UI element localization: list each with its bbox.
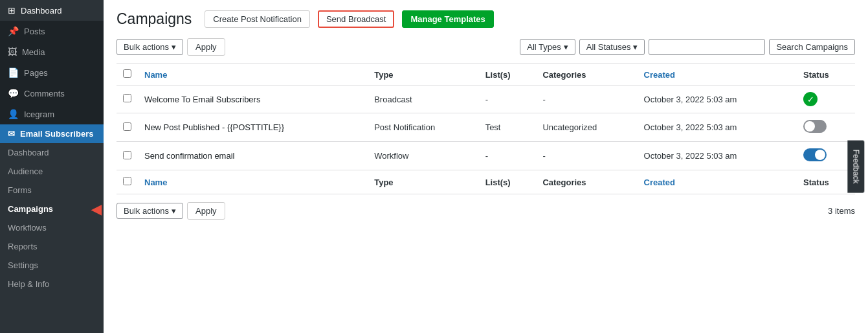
sidebar-email-subscribers[interactable]: ✉ Email Subscribers xyxy=(0,124,104,143)
row3-lists: - xyxy=(479,142,537,170)
row1-categories: - xyxy=(536,86,637,113)
table-header-categories: Categories xyxy=(536,64,637,86)
toolbar-left: Bulk actions ▾ Apply xyxy=(117,38,225,56)
table-row: Send confirmation email Workflow - - Oct… xyxy=(117,142,855,170)
all-statuses-select[interactable]: All Statuses ▾ xyxy=(579,39,645,55)
footer-name-header[interactable]: Name xyxy=(138,170,368,194)
row1-type: Broadcast xyxy=(368,86,478,113)
sidebar-item-forms[interactable]: Forms xyxy=(0,181,104,200)
all-types-select[interactable]: All Types ▾ xyxy=(520,39,575,55)
sidebar-item-pages[interactable]: 📄 Pages xyxy=(0,62,104,83)
status-check-icon: ✓ xyxy=(803,92,818,106)
select-all-checkbox[interactable] xyxy=(123,69,131,78)
campaigns-arrow-icon: ◀ xyxy=(91,201,101,217)
toggle-knob xyxy=(805,121,815,132)
row1-lists: - xyxy=(479,86,537,113)
table-row: New Post Published - {{POSTTITLE}} Post … xyxy=(117,113,855,142)
footer-status-header: Status xyxy=(797,170,855,194)
row2-lists: Test xyxy=(479,113,537,142)
row2-categories: Uncategorized xyxy=(536,113,637,142)
row1-status: ✓ xyxy=(797,86,855,113)
search-campaigns-input[interactable] xyxy=(649,39,765,55)
sidebar-item-reports[interactable]: Reports xyxy=(0,237,104,256)
sidebar-item-posts[interactable]: 📌 Posts xyxy=(0,21,104,41)
table-header-created[interactable]: Created xyxy=(638,64,797,86)
feedback-tab[interactable]: Feedback xyxy=(848,141,865,193)
bulk-actions-select-bottom[interactable]: Bulk actions ▾ xyxy=(117,203,183,219)
top-toolbar: Bulk actions ▾ Apply All Types ▾ All Sta… xyxy=(117,38,855,56)
media-icon: 🖼 xyxy=(8,47,17,57)
sidebar-item-help[interactable]: Help & Info xyxy=(0,275,104,293)
sidebar: ⊞ Dashboard 📌 Posts 🖼 Media 📄 Pages 💬 Co… xyxy=(0,0,104,333)
apply-button-top[interactable]: Apply xyxy=(187,38,225,56)
sidebar-item-campaigns[interactable]: Campaigns ◀ xyxy=(0,200,104,218)
dashboard-icon: ⊞ xyxy=(8,5,16,16)
bulk-actions-select-top[interactable]: Bulk actions ▾ xyxy=(117,39,183,55)
items-count: 3 items xyxy=(828,206,855,216)
row2-created: October 3, 2022 5:03 am xyxy=(638,113,797,142)
sidebar-section: Dashboard Audience Forms Campaigns ◀ Wor… xyxy=(0,143,104,333)
row2-type: Post Notification xyxy=(368,113,478,142)
row3-created: October 3, 2022 5:03 am xyxy=(638,142,797,170)
sidebar-item-icegram[interactable]: 👤 Icegram xyxy=(0,104,104,124)
toolbar-right: All Types ▾ All Statuses ▾ Search Campai… xyxy=(520,39,855,55)
row3-checkbox[interactable] xyxy=(123,151,131,159)
comments-icon: 💬 xyxy=(8,88,19,98)
main-content: Campaigns Create Post Notification Send … xyxy=(104,0,868,333)
row2-checkbox-cell xyxy=(117,113,138,142)
status-toggle-off[interactable] xyxy=(803,120,827,133)
row2-status[interactable] xyxy=(797,113,855,142)
table-row: Welcome To Email Subscribers Broadcast -… xyxy=(117,86,855,113)
page-header: Campaigns Create Post Notification Send … xyxy=(117,10,855,28)
chevron-down-icon: ▾ xyxy=(172,42,176,52)
send-broadcast-button[interactable]: Send Broadcast xyxy=(318,10,395,28)
status-toggle-on[interactable] xyxy=(803,148,827,161)
sidebar-item-settings[interactable]: Settings xyxy=(0,256,104,275)
chevron-down-icon: ▾ xyxy=(172,206,176,216)
chevron-down-icon: ▾ xyxy=(633,42,638,52)
sidebar-item-workflows[interactable]: Workflows xyxy=(0,218,104,237)
posts-icon: 📌 xyxy=(8,26,19,36)
campaigns-table: Name Type List(s) Categories Created Sta… xyxy=(117,63,855,194)
footer-categories-header: Categories xyxy=(536,170,637,194)
create-post-notification-button[interactable]: Create Post Notification xyxy=(205,10,310,28)
footer-select-all-checkbox[interactable] xyxy=(123,177,131,185)
table-header-lists: List(s) xyxy=(479,64,537,86)
apply-button-bottom[interactable]: Apply xyxy=(187,202,225,220)
row1-created: October 3, 2022 5:03 am xyxy=(638,86,797,113)
row2-checkbox[interactable] xyxy=(123,122,131,131)
chevron-down-icon: ▾ xyxy=(564,42,568,52)
table-header-checkbox xyxy=(117,64,138,86)
footer-checkbox-cell xyxy=(117,170,138,194)
table-header-status: Status xyxy=(797,64,855,86)
email-subscribers-icon: ✉ xyxy=(8,129,15,139)
table-header-type: Type xyxy=(368,64,478,86)
row3-status[interactable] xyxy=(797,142,855,170)
row3-type: Workflow xyxy=(368,142,478,170)
sidebar-item-es-dashboard[interactable]: Dashboard xyxy=(0,143,104,162)
pages-icon: 📄 xyxy=(8,67,19,78)
sidebar-item-comments[interactable]: 💬 Comments xyxy=(0,83,104,104)
row3-name: Send confirmation email xyxy=(138,142,368,170)
manage-templates-button[interactable]: Manage Templates xyxy=(402,10,493,28)
footer-lists-header: List(s) xyxy=(479,170,537,194)
sidebar-item-dashboard[interactable]: ⊞ Dashboard xyxy=(0,0,104,21)
table-header-name[interactable]: Name xyxy=(138,64,368,86)
row3-checkbox-cell xyxy=(117,142,138,170)
search-campaigns-button[interactable]: Search Campaigns xyxy=(769,39,855,55)
icegram-icon: 👤 xyxy=(8,109,19,119)
row3-categories: - xyxy=(536,142,637,170)
row2-name: New Post Published - {{POSTTITLE}} xyxy=(138,113,368,142)
table-footer-header-row: Name Type List(s) Categories Created Sta… xyxy=(117,170,855,194)
bottom-bar: Bulk actions ▾ Apply 3 items xyxy=(117,197,855,220)
row1-checkbox[interactable] xyxy=(123,94,131,102)
page-title: Campaigns xyxy=(117,10,192,28)
footer-created-header[interactable]: Created xyxy=(638,170,797,194)
sidebar-item-audience[interactable]: Audience xyxy=(0,162,104,181)
row1-checkbox-cell xyxy=(117,86,138,113)
row1-name: Welcome To Email Subscribers xyxy=(138,86,368,113)
bottom-bar-left: Bulk actions ▾ Apply xyxy=(117,202,225,220)
toggle-knob xyxy=(815,150,825,160)
footer-type-header: Type xyxy=(368,170,478,194)
sidebar-item-media[interactable]: 🖼 Media xyxy=(0,41,104,62)
